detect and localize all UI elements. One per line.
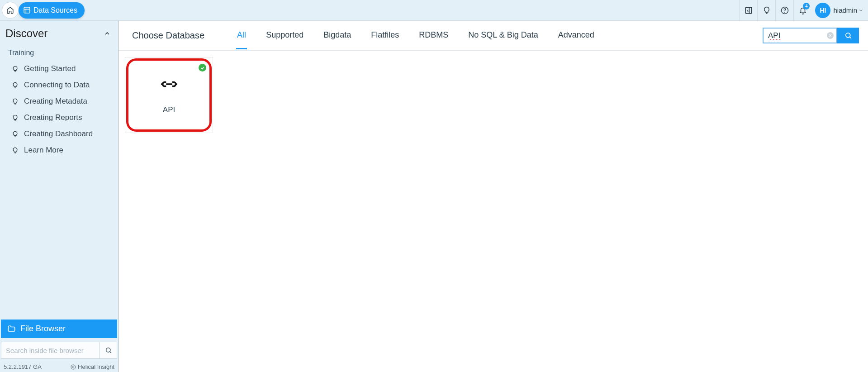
lightbulb-icon: [12, 147, 19, 154]
copyright-label: Helical Insight: [78, 363, 114, 370]
sidebar-title: Discover: [5, 27, 47, 40]
tabs: All Supported Bigdata Flatfiles RDBMS No…: [236, 22, 763, 49]
check-icon: [200, 66, 205, 70]
search-area: [763, 28, 859, 43]
datasource-icon: [23, 6, 31, 14]
lightbulb-icon: [12, 82, 19, 89]
help-icon: [781, 6, 789, 14]
sidebar-item-label: Creating Reports: [24, 113, 82, 122]
file-browser-button[interactable]: File Browser: [1, 320, 117, 338]
svg-point-7: [106, 348, 110, 352]
panel-toggle-button[interactable]: [739, 0, 757, 21]
svg-point-9: [71, 365, 76, 369]
sidebar-item-label: Learn More: [24, 146, 63, 155]
avatar[interactable]: HI: [815, 3, 830, 18]
sidebar-item-label: Getting Started: [24, 64, 76, 73]
card-label: API: [163, 105, 175, 114]
tips-button[interactable]: [757, 0, 775, 21]
verified-badge: [199, 64, 206, 72]
lightbulb-icon: [12, 131, 19, 138]
lightbulb-icon: [12, 98, 19, 105]
panel-icon: [745, 6, 753, 14]
sidebar-item-creating-dashboard[interactable]: Creating Dashboard: [0, 126, 118, 142]
tab-all[interactable]: All: [236, 22, 247, 49]
main-layout: Discover Training Getting Started Connec…: [0, 21, 868, 372]
version-label: 5.2.2.1917 GA: [4, 363, 42, 370]
username-label: hiadmin: [833, 6, 857, 14]
collapse-icon[interactable]: [104, 30, 111, 37]
notifications-button[interactable]: 4: [793, 0, 811, 21]
tab-advanced[interactable]: Advanced: [557, 22, 595, 49]
svg-rect-0: [24, 7, 30, 13]
top-bar: Data Sources 4 HI hiadmin: [0, 0, 868, 21]
topbar-actions: 4 HI hiadmin: [739, 0, 868, 20]
lightbulb-icon: [12, 66, 19, 72]
search-icon: [844, 32, 852, 39]
tab-supported[interactable]: Supported: [265, 22, 304, 49]
home-icon: [6, 6, 14, 14]
help-button[interactable]: [775, 0, 793, 21]
lightbulb-icon: [12, 114, 19, 121]
api-icon: [161, 76, 178, 95]
subheader: Choose Database All Supported Bigdata Fl…: [119, 21, 868, 51]
cards-grid: API: [119, 51, 868, 139]
breadcrumb: Data Sources: [0, 0, 85, 20]
copyright: Helical Insight: [71, 363, 114, 370]
file-search-input[interactable]: [1, 342, 100, 358]
content-area: Choose Database All Supported Bigdata Fl…: [119, 21, 868, 372]
svg-line-15: [161, 83, 163, 85]
breadcrumb-current[interactable]: Data Sources: [19, 2, 85, 19]
svg-point-6: [785, 12, 785, 12]
file-search: [1, 342, 117, 359]
svg-line-13: [849, 37, 851, 38]
svg-line-16: [175, 83, 177, 85]
folder-icon: [7, 324, 16, 333]
sidebar-item-creating-reports[interactable]: Creating Reports: [0, 110, 118, 126]
tab-rdbms[interactable]: RDBMS: [418, 22, 449, 49]
notification-badge: 4: [803, 3, 810, 10]
sidebar-item-label: Creating Metadata: [24, 97, 87, 106]
breadcrumb-label: Data Sources: [33, 6, 77, 14]
search-box: [763, 28, 837, 43]
chevron-down-icon: [858, 8, 863, 13]
svg-line-14: [166, 81, 172, 87]
sidebar-header: Discover: [0, 21, 118, 44]
lightbulb-icon: [763, 6, 771, 14]
copyright-icon: [71, 364, 76, 370]
sidebar-item-getting-started[interactable]: Getting Started: [0, 61, 118, 77]
tab-nosql-bigdata[interactable]: No SQL & Big Data: [467, 22, 539, 49]
svg-point-12: [845, 33, 850, 38]
sidebar-items: Getting Started Connecting to Data Creat…: [0, 61, 118, 158]
file-browser-label: File Browser: [20, 324, 66, 334]
svg-line-8: [110, 352, 111, 353]
clear-search-button[interactable]: [827, 32, 834, 39]
close-icon: [829, 34, 832, 37]
search-input[interactable]: [764, 31, 836, 40]
tab-bigdata[interactable]: Bigdata: [323, 22, 352, 49]
sidebar-item-creating-metadata[interactable]: Creating Metadata: [0, 93, 118, 110]
home-button[interactable]: [2, 2, 19, 19]
tab-flatfiles[interactable]: Flatfiles: [370, 22, 400, 49]
search-icon: [105, 347, 112, 354]
page-title: Choose Database: [132, 30, 204, 41]
sidebar-item-label: Creating Dashboard: [24, 129, 93, 138]
file-search-button[interactable]: [100, 342, 117, 358]
sidebar: Discover Training Getting Started Connec…: [0, 21, 119, 372]
sidebar-section-label: Training: [0, 44, 118, 61]
sidebar-item-connecting-data[interactable]: Connecting to Data: [0, 77, 118, 93]
sidebar-footer: 5.2.2.1917 GA Helical Insight: [0, 362, 118, 372]
search-button[interactable]: [837, 28, 859, 43]
sidebar-item-learn-more[interactable]: Learn More: [0, 142, 118, 158]
user-menu[interactable]: hiadmin: [830, 6, 868, 14]
svg-rect-3: [745, 7, 752, 14]
sidebar-item-label: Connecting to Data: [24, 81, 90, 90]
datasource-card-api[interactable]: API: [125, 57, 213, 133]
